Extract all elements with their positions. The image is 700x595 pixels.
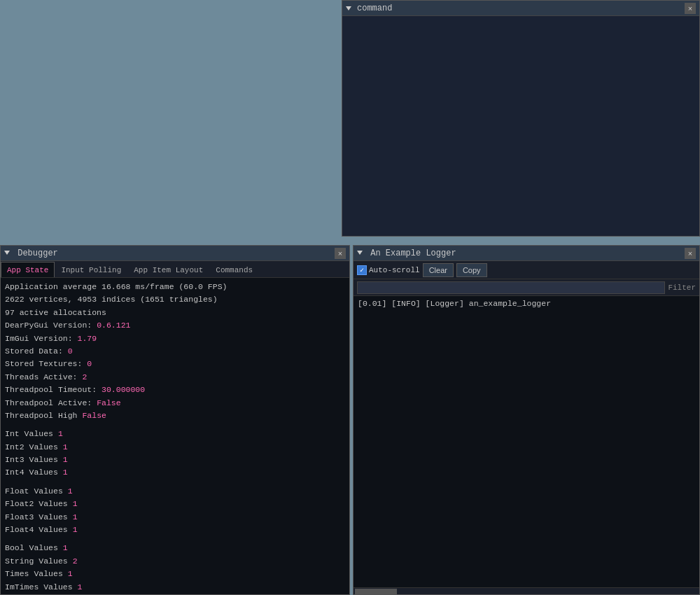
stat-vertices: 2622 vertices, 4953 indices (1651 triang… [5, 293, 345, 306]
stat-stored-textures: Stored Textures: 0 [5, 358, 345, 370]
command-titlebar: command × [342, 1, 699, 16]
debugger-title-left: Debugger [4, 248, 58, 258]
command-collapse-icon [346, 6, 351, 10]
filter-bar: Filter [354, 279, 699, 296]
debugger-window: Debugger × App State Input Polling App I… [0, 245, 350, 595]
logger-title-left: An Example Logger [357, 248, 456, 258]
stat-imtimes-values: ImTimes Values 1 [5, 581, 345, 594]
command-close-button[interactable]: × [685, 3, 696, 14]
stat-float4-values: Float4 Values 1 [5, 524, 345, 536]
debugger-content: Application average 16.668 ms/frame (60.… [1, 278, 349, 594]
logger-window: An Example Logger × ✓ Auto-scroll Clear … [353, 245, 700, 595]
command-title: command [357, 4, 392, 13]
debugger-title: Debugger [18, 248, 58, 258]
logger-body: [0.01] [INFO] [Logger] an_example_logger [354, 296, 699, 594]
tab-app-item-layout[interactable]: App Item Layout [127, 262, 209, 277]
command-window: command × [342, 0, 700, 237]
stat-allocations: 97 active allocations [5, 307, 345, 319]
stat-threads-active: Threads Active: 2 [5, 371, 345, 384]
stat-times-values: Times Values 1 [5, 568, 345, 580]
tab-commands[interactable]: Commands [209, 262, 259, 277]
filter-label: Filter [668, 284, 696, 292]
stat-int-values: Int Values 1 [5, 428, 345, 440]
stat-threadpool-active: Threadpool Active: False [5, 397, 345, 410]
autoscroll-checkbox[interactable]: ✓ [357, 265, 367, 275]
stat-float2-values: Float2 Values 1 [5, 498, 345, 510]
logger-titlebar: An Example Logger × [354, 246, 699, 261]
command-body [342, 16, 699, 236]
log-entry: [0.01] [INFO] [Logger] an_example_logger [358, 299, 695, 308]
logger-controls: ✓ Auto-scroll Clear Copy [354, 261, 699, 279]
clear-button[interactable]: Clear [423, 263, 454, 277]
autoscroll-checkbox-label[interactable]: ✓ Auto-scroll [357, 265, 420, 275]
debugger-tab-bar: App State Input Polling App Item Layout … [1, 261, 349, 278]
filter-input[interactable] [357, 281, 665, 294]
stat-int2-values: Int2 Values 1 [5, 441, 345, 454]
stat-threadpool-timeout: Threadpool Timeout: 30.000000 [5, 384, 345, 396]
debugger-collapse-icon [4, 251, 10, 255]
stat-avg-frame: Application average 16.668 ms/frame (60.… [5, 281, 345, 293]
logger-close-button[interactable]: × [685, 248, 696, 259]
copy-button[interactable]: Copy [456, 263, 487, 277]
horizontal-scrollbar[interactable] [354, 587, 699, 594]
command-title-left: command [346, 4, 392, 13]
scrollbar-thumb[interactable] [355, 589, 397, 594]
autoscroll-label: Auto-scroll [369, 266, 420, 274]
logger-title: An Example Logger [370, 248, 456, 258]
stat-bool-values: Bool Values 1 [5, 542, 345, 554]
tab-app-state[interactable]: App State [1, 262, 55, 277]
stat-stored-data: Stored Data: 0 [5, 345, 345, 358]
stat-string-values: String Values 2 [5, 555, 345, 568]
stat-float-values: Float Values 1 [5, 485, 345, 498]
stat-imgui: ImGui Version: 1.79 [5, 332, 345, 345]
tab-input-polling[interactable]: Input Polling [55, 262, 127, 277]
debugger-titlebar: Debugger × [1, 246, 349, 261]
logger-collapse-icon [357, 251, 363, 255]
stat-int4-values: Int4 Values 1 [5, 466, 345, 479]
stat-float3-values: Float3 Values 1 [5, 511, 345, 524]
stat-dearpygui: DearPyGui Version: 0.6.121 [5, 319, 345, 332]
stat-int3-values: Int3 Values 1 [5, 454, 345, 466]
debugger-close-button[interactable]: × [335, 248, 346, 259]
stat-threadpool-high: Threadpool High False [5, 410, 345, 422]
